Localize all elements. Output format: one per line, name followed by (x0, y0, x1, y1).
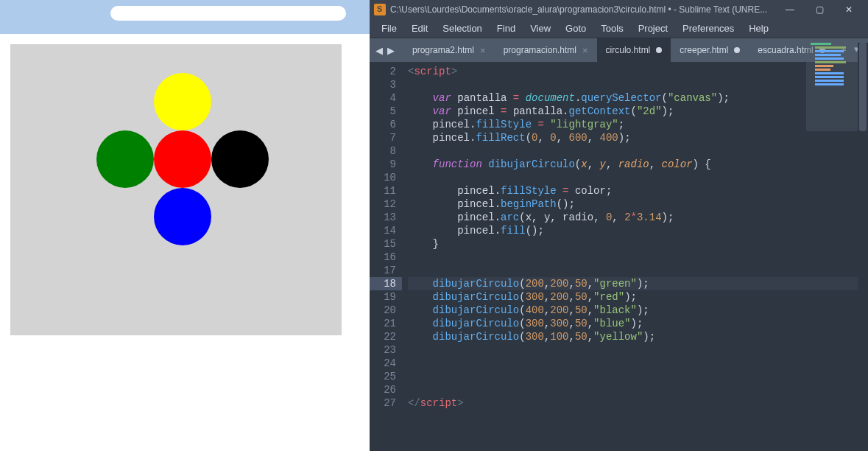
tab-label: escuadra.html (758, 45, 813, 55)
tabbar: ◀ ▶ programa2.html×programacion.html×cir… (370, 38, 868, 62)
url-bar[interactable] (110, 6, 346, 21)
tab-label: programa2.html (412, 45, 474, 55)
tab-creeper-html[interactable]: creeper.html (671, 38, 749, 62)
titlebar-path: C:\Users\Lourdes\Documents\oracle_alura\… (390, 4, 775, 15)
menu-tools[interactable]: Tools (593, 19, 630, 38)
browser-pane (0, 0, 370, 451)
vertical-scrollbar[interactable] (858, 43, 868, 451)
scrollbar-thumb[interactable] (859, 43, 867, 131)
close-button[interactable]: ✕ (834, 4, 864, 15)
menu-edit[interactable]: Edit (404, 19, 435, 38)
close-tab-icon[interactable]: × (480, 45, 486, 56)
tab-programa2-html[interactable]: programa2.html× (403, 38, 495, 62)
gutter: 2345678910111213141516171819202122232425… (370, 62, 402, 451)
tab-history-back-icon[interactable]: ◀ (374, 45, 384, 56)
tab-history-forward-icon[interactable]: ▶ (386, 45, 396, 56)
menu-view[interactable]: View (523, 19, 558, 38)
menu-project[interactable]: Project (631, 19, 675, 38)
tab-label: creeper.html (680, 45, 728, 55)
code-view[interactable]: <script> var pantalla = document.querySe… (402, 62, 868, 451)
menu-find[interactable]: Find (490, 19, 523, 38)
output-canvas (10, 44, 342, 335)
menu-preferences[interactable]: Preferences (675, 19, 741, 38)
dirty-dot-icon[interactable] (656, 47, 662, 53)
tab-programacion-html[interactable]: programacion.html× (495, 38, 597, 62)
tab-label: programacion.html (504, 45, 576, 55)
editor-window: C:\Users\Lourdes\Documents\oracle_alura\… (370, 0, 868, 451)
menubar: FileEditSelectionFindViewGotoToolsProjec… (370, 19, 868, 38)
maximize-button[interactable]: ▢ (805, 4, 834, 15)
menu-goto[interactable]: Goto (558, 19, 593, 38)
tab-label: circulo.html (606, 45, 651, 55)
browser-chrome (0, 0, 370, 34)
minimize-button[interactable]: — (775, 4, 805, 15)
menu-selection[interactable]: Selection (435, 19, 489, 38)
tab-circulo-html[interactable]: circulo.html (597, 38, 671, 62)
canvas-wrap (0, 34, 370, 346)
editor-area[interactable]: 2345678910111213141516171819202122232425… (370, 62, 868, 451)
menu-help[interactable]: Help (741, 19, 776, 38)
menu-file[interactable]: File (374, 19, 404, 38)
dirty-dot-icon[interactable] (734, 47, 740, 53)
close-tab-icon[interactable]: × (582, 45, 588, 56)
titlebar[interactable]: C:\Users\Lourdes\Documents\oracle_alura\… (370, 0, 868, 19)
minimap[interactable] (806, 43, 858, 131)
app-icon (374, 4, 386, 15)
